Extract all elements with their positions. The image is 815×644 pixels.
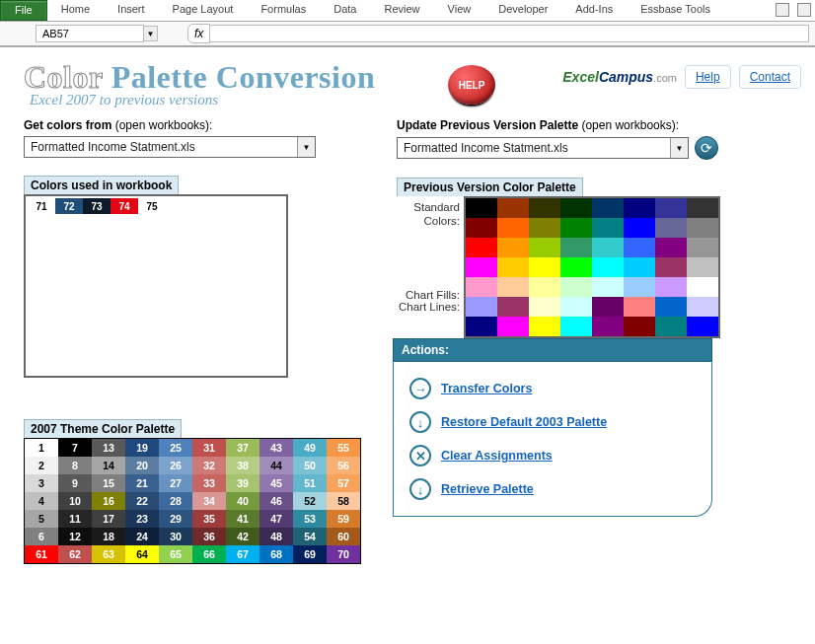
theme-swatch-50[interactable]: 50 bbox=[293, 457, 327, 474]
help-button-icon[interactable]: HELP bbox=[448, 65, 495, 105]
theme-swatch-70[interactable]: 70 bbox=[327, 545, 360, 563]
palette-swatch[interactable] bbox=[466, 277, 497, 297]
theme-swatch-11[interactable]: 11 bbox=[58, 510, 92, 528]
name-box[interactable]: AB57 bbox=[36, 25, 144, 42]
theme-swatch-26[interactable]: 26 bbox=[159, 457, 192, 474]
theme-swatch-40[interactable]: 40 bbox=[226, 492, 259, 510]
palette-swatch[interactable] bbox=[687, 257, 718, 277]
palette-swatch[interactable] bbox=[687, 238, 718, 257]
theme-swatch-5[interactable]: 5 bbox=[25, 510, 58, 528]
action-3[interactable]: ↓Retrieve Palette bbox=[408, 472, 698, 506]
theme-swatch-9[interactable]: 9 bbox=[58, 474, 92, 492]
palette-swatch[interactable] bbox=[592, 317, 624, 336]
palette-swatch[interactable] bbox=[529, 238, 560, 257]
palette-swatch[interactable] bbox=[497, 297, 529, 317]
palette-swatch[interactable] bbox=[466, 317, 497, 336]
action-0[interactable]: →Transfer Colors bbox=[408, 372, 698, 405]
palette-swatch[interactable] bbox=[560, 277, 592, 297]
palette-swatch[interactable] bbox=[592, 297, 624, 317]
palette-swatch[interactable] bbox=[529, 218, 560, 238]
theme-swatch-52[interactable]: 52 bbox=[293, 492, 327, 510]
theme-swatch-10[interactable]: 10 bbox=[58, 492, 92, 510]
palette-swatch[interactable] bbox=[624, 198, 655, 218]
used-swatch-71[interactable]: 71 bbox=[28, 198, 55, 214]
theme-swatch-29[interactable]: 29 bbox=[159, 510, 192, 528]
theme-swatch-47[interactable]: 47 bbox=[259, 510, 293, 528]
palette-swatch[interactable] bbox=[655, 317, 687, 336]
theme-swatch-49[interactable]: 49 bbox=[293, 439, 327, 457]
theme-swatch-12[interactable]: 12 bbox=[58, 528, 92, 545]
palette-swatch[interactable] bbox=[624, 257, 655, 277]
theme-swatch-43[interactable]: 43 bbox=[259, 439, 293, 457]
theme-swatch-22[interactable]: 22 bbox=[125, 492, 159, 510]
update-palette-dropdown[interactable]: Formatted Income Statment.xls ▼ bbox=[397, 137, 689, 159]
theme-swatch-32[interactable]: 32 bbox=[192, 457, 226, 474]
theme-swatch-44[interactable]: 44 bbox=[259, 457, 293, 474]
theme-swatch-25[interactable]: 25 bbox=[159, 439, 192, 457]
palette-swatch[interactable] bbox=[497, 218, 529, 238]
palette-swatch[interactable] bbox=[497, 238, 529, 257]
palette-swatch[interactable] bbox=[592, 238, 624, 257]
theme-swatch-35[interactable]: 35 bbox=[192, 510, 226, 528]
ribbon-tab-insert[interactable]: Insert bbox=[104, 0, 159, 21]
ribbon-help-icon[interactable] bbox=[797, 3, 811, 17]
get-colors-dropdown[interactable]: Formatted Income Statment.xls ▼ bbox=[24, 136, 316, 158]
palette-swatch[interactable] bbox=[592, 198, 624, 218]
palette-swatch[interactable] bbox=[560, 198, 592, 218]
theme-swatch-38[interactable]: 38 bbox=[226, 457, 259, 474]
ribbon-tab-formulas[interactable]: Formulas bbox=[247, 0, 320, 21]
theme-swatch-68[interactable]: 68 bbox=[259, 545, 293, 563]
ribbon-tab-essbase[interactable]: Essbase Tools bbox=[627, 0, 724, 21]
used-swatch-73[interactable]: 73 bbox=[83, 198, 111, 214]
theme-swatch-15[interactable]: 15 bbox=[92, 474, 125, 492]
palette-swatch[interactable] bbox=[466, 218, 497, 238]
theme-swatch-27[interactable]: 27 bbox=[159, 474, 192, 492]
theme-swatch-20[interactable]: 20 bbox=[125, 457, 159, 474]
ribbon-tab-data[interactable]: Data bbox=[320, 0, 370, 21]
theme-swatch-37[interactable]: 37 bbox=[226, 439, 259, 457]
palette-swatch[interactable] bbox=[624, 218, 655, 238]
theme-swatch-7[interactable]: 7 bbox=[58, 439, 92, 457]
name-box-dropdown[interactable]: ▼ bbox=[144, 26, 158, 41]
ribbon-tab-review[interactable]: Review bbox=[370, 0, 433, 21]
theme-swatch-64[interactable]: 64 bbox=[125, 545, 159, 563]
ribbon-tab-file[interactable]: File bbox=[0, 0, 47, 21]
palette-swatch[interactable] bbox=[497, 277, 529, 297]
palette-swatch[interactable] bbox=[560, 257, 592, 277]
theme-swatch-31[interactable]: 31 bbox=[192, 439, 226, 457]
theme-swatch-53[interactable]: 53 bbox=[293, 510, 327, 528]
theme-swatch-17[interactable]: 17 bbox=[92, 510, 125, 528]
palette-swatch[interactable] bbox=[655, 198, 687, 218]
theme-swatch-62[interactable]: 62 bbox=[58, 545, 92, 563]
theme-swatch-16[interactable]: 16 bbox=[92, 492, 125, 510]
palette-swatch[interactable] bbox=[529, 257, 560, 277]
palette-swatch[interactable] bbox=[529, 277, 560, 297]
palette-swatch[interactable] bbox=[466, 238, 497, 257]
refresh-button[interactable]: ⟳ bbox=[695, 136, 718, 160]
theme-swatch-21[interactable]: 21 bbox=[125, 474, 159, 492]
theme-swatch-67[interactable]: 67 bbox=[226, 545, 259, 563]
theme-swatch-19[interactable]: 19 bbox=[125, 439, 159, 457]
palette-swatch[interactable] bbox=[655, 297, 687, 317]
palette-swatch[interactable] bbox=[687, 218, 718, 238]
theme-swatch-41[interactable]: 41 bbox=[226, 510, 259, 528]
palette-swatch[interactable] bbox=[624, 238, 655, 257]
palette-swatch[interactable] bbox=[529, 297, 560, 317]
theme-swatch-30[interactable]: 30 bbox=[159, 528, 192, 545]
palette-swatch[interactable] bbox=[466, 198, 497, 218]
theme-swatch-6[interactable]: 6 bbox=[25, 528, 58, 545]
palette-swatch[interactable] bbox=[497, 198, 529, 218]
palette-swatch[interactable] bbox=[466, 297, 497, 317]
theme-swatch-36[interactable]: 36 bbox=[192, 528, 226, 545]
theme-swatch-1[interactable]: 1 bbox=[25, 439, 58, 457]
theme-swatch-65[interactable]: 65 bbox=[159, 545, 192, 563]
palette-swatch[interactable] bbox=[624, 277, 655, 297]
palette-swatch[interactable] bbox=[529, 317, 560, 336]
palette-swatch[interactable] bbox=[687, 277, 718, 297]
formula-input[interactable] bbox=[210, 25, 809, 42]
theme-swatch-55[interactable]: 55 bbox=[327, 439, 360, 457]
palette-swatch[interactable] bbox=[466, 257, 497, 277]
palette-swatch[interactable] bbox=[655, 238, 687, 257]
used-swatch-75[interactable]: 75 bbox=[138, 198, 166, 214]
theme-swatch-45[interactable]: 45 bbox=[259, 474, 293, 492]
